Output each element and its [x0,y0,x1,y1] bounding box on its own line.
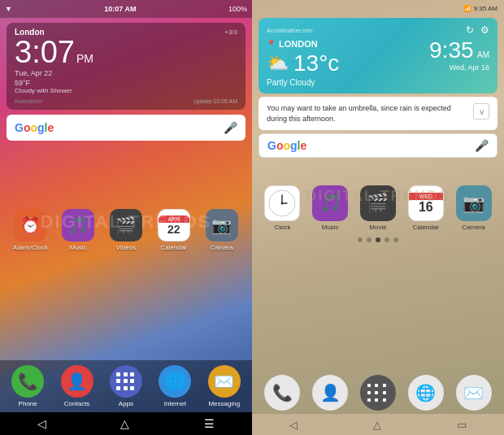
back-icon-left[interactable]: ◁ [37,417,46,430]
app-alarm-icon: ⏰ [14,209,46,241]
notification-card: You may want to take an umbrella, since … [259,97,497,130]
dock-internet[interactable]: 🌐 Internet [154,365,196,407]
weather-widget-left: London +3/3 3:07 PM Tue, Apr 22 59°F Clo… [7,23,245,110]
refresh-icon[interactable]: ↻ [466,24,474,36]
dock-internet-icon-right: 🌐 [408,375,444,411]
accu-condition: Partly Cloudy [267,78,339,87]
weather-temp: 59°F [15,79,237,87]
home-icon-right[interactable]: △ [373,419,381,431]
notification-text: You may want to take an umbrella, since … [267,103,468,124]
right-status-bar: 📶 9:35 AM [252,0,504,16]
app-calendar[interactable]: APR 22 Calendar [153,209,195,251]
weather-update: Update:10:05 AM [193,98,237,104]
right-signal-icon: 📶 [463,5,471,12]
weather-time-big: 3:07 [15,37,75,67]
dock-phone-icon-right: 📞 [264,375,300,411]
accu-right-info: 9:35 AM Wed, Apr 16 [429,39,489,72]
dock-right: 📞 👤 🌐 ✉️ [252,372,504,414]
dropdown-icon: ▼ [5,5,12,13]
app-music-right[interactable]: 🎵 Music [309,185,351,231]
page-dots [252,237,504,242]
app-calendar-icon-right: WED 16 [408,185,444,221]
google-logo-left: Google [15,121,54,134]
app-movie-right[interactable]: 🎬 Movie [357,185,399,231]
dock-messaging-right[interactable]: ✉️ [453,375,495,411]
dock-phone-right[interactable]: 📞 [261,375,303,411]
dock-apps-right[interactable] [357,375,399,411]
app-camera-icon: 📷 [206,209,238,241]
dock-internet-icon: 🌐 [159,365,191,398]
app-movie-label-right: Movie [369,224,386,231]
app-calendar-label: Calendar [161,244,187,251]
dock-contacts[interactable]: 👤 Contacts [56,365,98,407]
dock-phone[interactable]: 📞 Phone [7,365,49,407]
apps-row-left: ⏰ Alarm/Clock 🎵 Music 🎬 Videos APR 22 Ca… [0,206,252,254]
app-camera-label: Camera [210,244,232,251]
app-calendar-icon: APR 22 [158,209,190,241]
accu-weather-icon: ⛅ [267,53,289,74]
dot-0 [358,237,363,242]
app-alarm[interactable]: ⏰ Alarm/Clock [9,209,51,251]
right-time: 9:35 AM [474,5,497,12]
dock-contacts-icon-right: 👤 [312,375,348,411]
accu-city-name: LONDON [279,39,318,49]
mic-icon-left[interactable]: 🎤 [224,121,237,134]
app-calendar-label-right: Calendar [413,224,439,231]
search-bar-right[interactable]: Google 🎤 [259,133,497,158]
app-camera-icon-right: 📷 [456,185,492,221]
app-music-icon: 🎵 [62,209,94,241]
app-videos[interactable]: 🎬 Videos [105,209,147,251]
dock-left: 📞 Phone 👤 Contacts Apps 🌐 Internet [0,360,252,412]
right-phone: 📶 9:35 AM AccuWeather.com ↻ ⚙ 📍 LONDON ⛅… [252,0,504,435]
left-phone: ▼ 10:07 AM 100% London +3/3 3:07 PM Tue,… [0,0,252,435]
app-clock-icon-right [264,185,300,221]
apps-row-right: Clock 🎵 Music 🎬 Movie WED 16 Calendar 📷 … [252,182,504,234]
accu-temp: 13°c [293,50,339,76]
notification-chevron[interactable]: ∨ [473,103,489,120]
left-time: 10:07 AM [104,5,136,13]
weather-date: Tue, Apr 22 [15,69,237,77]
dock-contacts-icon: 👤 [61,365,93,398]
app-videos-icon: 🎬 [110,209,142,241]
back-icon-right[interactable]: ◁ [289,419,298,431]
search-bar-left[interactable]: Google 🎤 [7,115,245,141]
dock-phone-icon: 📞 [11,365,44,398]
app-clock-right[interactable]: Clock [261,185,303,231]
accu-time: 9:35 [429,37,474,63]
app-calendar-right[interactable]: WED 16 Calendar [405,185,447,231]
app-camera-right[interactable]: 📷 Camera [453,185,495,231]
app-alarm-label: Alarm/Clock [13,244,48,251]
dock-messaging-icon: ✉️ [208,365,241,398]
dot-1 [367,237,371,242]
dock-apps[interactable]: Apps [105,365,147,407]
weather-logo: Kweather [15,98,42,105]
accu-source: AccuWeather.com [267,28,313,33]
dock-internet-label: Internet [164,400,186,407]
app-clock-label-right: Clock [274,224,290,231]
dock-contacts-right[interactable]: 👤 [309,375,351,411]
svg-point-3 [281,202,284,205]
menu-icon-left[interactable]: ☰ [204,417,215,430]
weather-period: PM [76,52,93,65]
app-camera[interactable]: 📷 Camera [201,209,243,251]
weather-page: +3/3 [224,28,237,36]
location-pin-icon: 📍 [267,40,276,48]
app-camera-label-right: Camera [462,224,484,231]
dot-3 [385,237,389,242]
battery-text: 100% [228,5,247,13]
dock-apps-icon [110,365,142,398]
dock-messaging[interactable]: ✉️ Messaging [203,365,245,407]
dock-messaging-label: Messaging [208,400,240,407]
accu-date: Wed, Apr 16 [429,63,489,72]
left-status-bar: ▼ 10:07 AM 100% [0,0,252,18]
dock-apps-label: Apps [119,400,133,407]
accu-weather-widget: AccuWeather.com ↻ ⚙ 📍 LONDON ⛅ 13°c Part… [259,18,497,94]
left-status-right: 100% [228,5,247,13]
home-icon-left[interactable]: △ [120,417,129,430]
menu-icon-right[interactable]: ▭ [457,419,467,431]
mic-icon-right[interactable]: 🎤 [475,139,489,152]
settings-icon[interactable]: ⚙ [480,24,489,36]
app-music[interactable]: 🎵 Music [57,209,99,251]
dock-internet-right[interactable]: 🌐 [405,375,447,411]
app-music-icon-right: 🎵 [312,185,348,221]
